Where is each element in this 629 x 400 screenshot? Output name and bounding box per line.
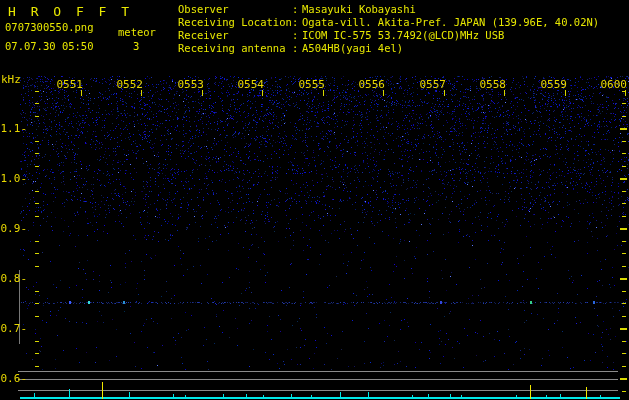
station-info-block: Observer:Masayuki Kobayashi Receiving Lo… <box>178 3 599 55</box>
observation-datetime: 07.07.30 05:50 <box>5 40 94 52</box>
app-title: H R O F F T <box>8 4 133 19</box>
time-tick-label: 0559 <box>527 78 567 91</box>
time-tick-label: 0555 <box>285 78 325 91</box>
freq-tick-label: 0.7 <box>0 322 27 335</box>
info-row-receiver: Receiver:ICOM IC-575 53.7492(@LCD)MHz US… <box>178 29 599 42</box>
time-tick-label: 0553 <box>164 78 204 91</box>
freq-tick-label: 0.6 <box>0 372 27 385</box>
info-value: Masayuki Kobayashi <box>302 3 416 16</box>
freq-tick-label: 0.8 <box>0 272 27 285</box>
echo-count: 3 <box>133 40 139 52</box>
info-row-observer: Observer:Masayuki Kobayashi <box>178 3 599 16</box>
time-tick-label: 0552 <box>103 78 143 91</box>
observation-mode: meteor <box>118 26 156 38</box>
info-separator: : <box>292 16 302 29</box>
hrofft-screen: H R O F F T 1.0.0 0707300550.png meteor … <box>0 0 629 400</box>
freq-tick-label: 1.1 <box>0 122 27 135</box>
info-label: Observer <box>178 3 292 16</box>
spectrogram-canvas <box>0 0 629 400</box>
time-tick-label: 0556 <box>345 78 385 91</box>
info-value: A504HB(yagi 4el) <box>302 42 403 55</box>
time-tick-label: 0558 <box>466 78 506 91</box>
info-value: ICOM IC-575 53.7492(@LCD)MHz USB <box>302 29 504 42</box>
info-label: Receiving Location <box>178 16 292 29</box>
info-value: Ogata-vill. Akita-Pref. JAPAN (139.96E, … <box>302 16 599 29</box>
info-separator: : <box>292 3 302 16</box>
info-label: Receiver <box>178 29 292 42</box>
info-label: Receiving antenna <box>178 42 292 55</box>
time-tick-label: 0551 <box>43 78 83 91</box>
info-separator: : <box>292 29 302 42</box>
time-tick-label: 0557 <box>406 78 446 91</box>
time-tick-label: 0600 <box>587 78 627 91</box>
info-row-location: Receiving Location:Ogata-vill. Akita-Pre… <box>178 16 599 29</box>
freq-tick-label: 1.0 <box>0 172 27 185</box>
info-separator: : <box>292 42 302 55</box>
freq-tick-label: 0.9 <box>0 222 27 235</box>
info-row-antenna: Receiving antenna:A504HB(yagi 4el) <box>178 42 599 55</box>
time-tick-label: 0554 <box>224 78 264 91</box>
output-filename: 0707300550.png <box>5 21 94 33</box>
freq-unit-label: kHz <box>1 73 21 86</box>
